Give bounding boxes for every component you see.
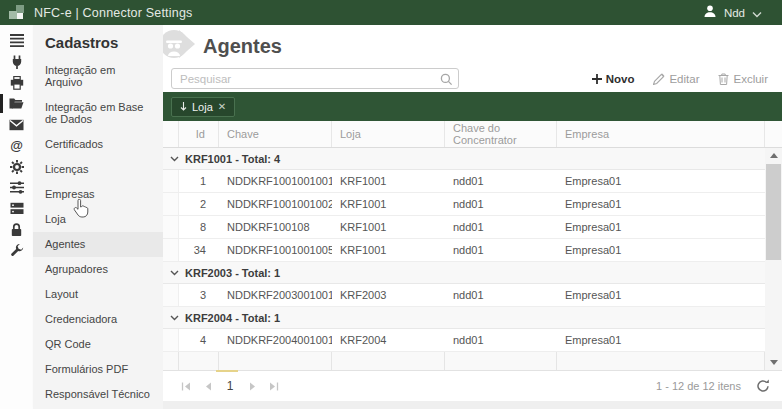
cell-chave-do-concentrator: ndd01	[445, 193, 557, 215]
cell-chave-do-concentrator: ndd01	[445, 170, 557, 192]
empty-cell	[163, 352, 179, 370]
column-header-loja[interactable]: Loja	[332, 121, 445, 147]
first-page-icon[interactable]	[175, 376, 197, 396]
printer-icon[interactable]	[0, 72, 33, 93]
group-row-krf2003[interactable]: KRF2003 - Total: 1	[163, 262, 765, 284]
row-expander-cell	[163, 170, 179, 192]
sidebar-item-credenciadora[interactable]: Credenciadora	[33, 307, 163, 332]
plug-icon[interactable]	[0, 51, 33, 72]
pencil-icon	[653, 73, 665, 85]
group-chip-loja[interactable]: Loja ✕	[171, 97, 235, 117]
search-icon[interactable]	[440, 72, 453, 90]
delete-button[interactable]: Excluir	[718, 73, 768, 85]
table-row[interactable]: 4NDDKRF2004001001KRF2004ndd01Empresa01	[163, 329, 765, 352]
search-input[interactable]	[171, 68, 459, 89]
pager: 1 1 - 12 de 12 itens	[163, 370, 782, 401]
previous-page-icon[interactable]	[197, 376, 219, 396]
group-label: KRF2003 - Total: 1	[185, 267, 280, 279]
scrollbar-spacer	[765, 121, 782, 147]
sidebar-item-certificados[interactable]: Certificados	[33, 132, 163, 157]
sidebar-item-integra-o-em-arquivo[interactable]: Integração em Arquivo	[33, 58, 163, 95]
cell-empresa: Empresa01	[557, 216, 765, 238]
empty-cell	[332, 352, 445, 370]
cell-loja: KRF1001	[332, 216, 445, 238]
column-header-id[interactable]: Id	[179, 121, 219, 147]
lock-icon[interactable]	[0, 219, 33, 240]
app-title: NFC-e | Connector Settings	[34, 6, 193, 20]
group-by-bar[interactable]: Loja ✕	[163, 92, 782, 121]
sidebar-item-loja[interactable]: Loja	[33, 207, 163, 232]
page-number[interactable]: 1	[219, 379, 241, 393]
user-menu[interactable]: Ndd	[724, 7, 745, 19]
sidebar-item-respons-vel-t-cnico[interactable]: Responsável Técnico	[33, 382, 163, 407]
group-row-krf2004[interactable]: KRF2004 - Total: 1	[163, 307, 765, 329]
current-page-indicator	[216, 370, 238, 372]
wrench-icon[interactable]	[0, 240, 33, 261]
table-row[interactable]: 2NDDKRF1001001002KRF1001ndd01Empresa01	[163, 193, 765, 216]
cell-empresa: Empresa01	[557, 193, 765, 215]
new-button[interactable]: Novo	[592, 73, 635, 85]
next-page-icon[interactable]	[241, 376, 263, 396]
column-header-empresa[interactable]: Empresa	[557, 121, 765, 147]
sidebar-item-agentes[interactable]: Agentes	[33, 232, 163, 257]
plus-icon	[592, 74, 602, 84]
group-row-krf1001[interactable]: KRF1001 - Total: 4	[163, 148, 765, 170]
sidebar-item-integra-o-em-base-de-dados[interactable]: Integração em Base de Dados	[33, 95, 163, 132]
app-header: NFC-e | Connector Settings Ndd	[0, 0, 782, 25]
sidebar-title: Cadastros	[33, 25, 163, 58]
cell-empresa: Empresa01	[557, 329, 765, 351]
sidebar-item-layout[interactable]: Layout	[33, 282, 163, 307]
menu-icon[interactable]	[0, 30, 33, 51]
cell-empresa: Empresa01	[557, 170, 765, 192]
cell-loja: KRF1001	[332, 170, 445, 192]
cell-chave: NDDKRF2004001001	[219, 329, 332, 351]
column-header-chave-do-concentrator[interactable]: Chave do Concentrator	[445, 121, 557, 147]
envelope-icon[interactable]	[0, 114, 33, 135]
table-row[interactable]: 3NDDKRF2003001001KRF2003ndd01Empresa01	[163, 284, 765, 307]
sidebar-item-empresas[interactable]: Empresas	[33, 182, 163, 207]
cell-id: 8	[179, 216, 219, 238]
sliders-icon[interactable]	[0, 177, 33, 198]
scrollbar-thumb[interactable]	[766, 164, 781, 260]
sidebar-item-qr-code[interactable]: QR Code	[33, 332, 163, 357]
last-page-icon[interactable]	[263, 376, 285, 396]
gear-icon[interactable]	[0, 156, 33, 177]
table-row[interactable]: 34NDDKRF1001001005KRF1001ndd01Empresa01	[163, 239, 765, 262]
remove-group-icon[interactable]: ✕	[218, 101, 226, 112]
grid-header: IdChaveLojaChave do ConcentratorEmpresa	[163, 121, 782, 148]
cell-chave-do-concentrator: ndd01	[445, 284, 557, 306]
icon-rail: @	[0, 25, 33, 409]
row-expander-cell	[163, 193, 179, 215]
cell-chave: NDDKRF1001001002	[219, 193, 332, 215]
sidebar-item-formul-rios-pdf[interactable]: Formulários PDF	[33, 357, 163, 382]
row-expander-cell	[163, 284, 179, 306]
edit-button[interactable]: Editar	[653, 73, 699, 85]
group-label: KRF2004 - Total: 1	[185, 312, 280, 324]
empty-cell	[179, 352, 219, 370]
cell-chave: NDDKRF2003001001	[219, 284, 332, 306]
sidebar-item-licen-as[interactable]: Licenças	[33, 157, 163, 182]
table-row[interactable]: 1NDDKRF1001001001KRF1001ndd01Empresa01	[163, 170, 765, 193]
grid-rows: KRF1001 - Total: 41NDDKRF1001001001KRF10…	[163, 148, 765, 370]
refresh-icon[interactable]	[756, 379, 770, 393]
folder-open-icon[interactable]	[0, 93, 33, 114]
vertical-scrollbar[interactable]	[765, 148, 782, 370]
pager-info: 1 - 12 de 12 itens	[656, 380, 741, 392]
scroll-up-icon[interactable]	[765, 148, 782, 163]
empty-row	[163, 352, 765, 370]
table-row[interactable]: 8NDDKRF100108KRF1001ndd01Empresa01	[163, 216, 765, 239]
sidebar-item-agrupadores[interactable]: Agrupadores	[33, 257, 163, 282]
cell-id: 34	[179, 239, 219, 261]
chevron-down-icon[interactable]	[752, 4, 762, 22]
cell-chave: NDDKRF1001001001	[219, 170, 332, 192]
expander-column-header	[163, 121, 179, 147]
column-header-chave[interactable]: Chave	[219, 121, 332, 147]
cell-id: 3	[179, 284, 219, 306]
sidebar: Cadastros Integração em ArquivoIntegraçã…	[33, 25, 163, 409]
cell-empresa: Empresa01	[557, 239, 765, 261]
at-sign-icon[interactable]: @	[0, 135, 33, 156]
sort-descending-icon	[180, 102, 187, 111]
scroll-down-icon[interactable]	[765, 355, 782, 370]
server-icon[interactable]	[0, 198, 33, 219]
cell-chave-do-concentrator: ndd01	[445, 239, 557, 261]
